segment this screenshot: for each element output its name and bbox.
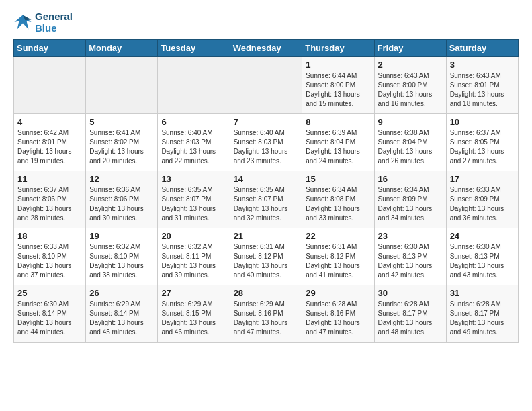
day-number: 20 [161,231,226,241]
calendar-cell: 10Sunrise: 6:37 AM Sunset: 8:05 PM Dayli… [446,114,518,171]
day-info: Sunrise: 6:33 AM Sunset: 8:09 PM Dayligh… [450,185,515,223]
day-number: 17 [450,174,515,184]
day-info: Sunrise: 6:43 AM Sunset: 8:00 PM Dayligh… [378,71,443,109]
calendar-cell: 20Sunrise: 6:32 AM Sunset: 8:11 PM Dayli… [158,228,230,285]
calendar-cell: 1Sunrise: 6:44 AM Sunset: 8:00 PM Daylig… [302,57,374,114]
weekday-header-friday: Friday [374,40,446,57]
calendar-cell: 8Sunrise: 6:39 AM Sunset: 8:04 PM Daylig… [302,114,374,171]
day-info: Sunrise: 6:40 AM Sunset: 8:03 PM Dayligh… [234,128,299,166]
week-row-1: 1Sunrise: 6:44 AM Sunset: 8:00 PM Daylig… [14,57,519,114]
day-info: Sunrise: 6:30 AM Sunset: 8:13 PM Dayligh… [378,242,443,280]
day-number: 19 [89,231,154,241]
calendar-cell [230,57,302,114]
calendar-cell: 24Sunrise: 6:30 AM Sunset: 8:13 PM Dayli… [446,228,518,285]
calendar-cell: 22Sunrise: 6:31 AM Sunset: 8:12 PM Dayli… [302,228,374,285]
day-info: Sunrise: 6:29 AM Sunset: 8:14 PM Dayligh… [89,300,154,337]
day-number: 4 [17,117,82,127]
day-number: 5 [89,117,154,127]
day-number: 13 [161,174,226,184]
calendar-cell: 3Sunrise: 6:43 AM Sunset: 8:01 PM Daylig… [446,57,518,114]
day-info: Sunrise: 6:34 AM Sunset: 8:08 PM Dayligh… [306,185,370,223]
week-row-2: 4Sunrise: 6:42 AM Sunset: 8:01 PM Daylig… [14,114,519,171]
calendar-cell: 4Sunrise: 6:42 AM Sunset: 8:01 PM Daylig… [14,114,86,171]
calendar-cell: 25Sunrise: 6:30 AM Sunset: 8:14 PM Dayli… [14,285,86,342]
day-info: Sunrise: 6:43 AM Sunset: 8:01 PM Dayligh… [450,71,515,109]
weekday-header-sunday: Sunday [14,40,86,57]
day-info: Sunrise: 6:31 AM Sunset: 8:12 PM Dayligh… [234,242,299,280]
calendar-cell: 14Sunrise: 6:35 AM Sunset: 8:07 PM Dayli… [230,171,302,228]
weekday-header-row: SundayMondayTuesdayWednesdayThursdayFrid… [14,40,519,57]
day-number: 18 [17,231,82,241]
calendar-cell: 5Sunrise: 6:41 AM Sunset: 8:02 PM Daylig… [86,114,158,171]
day-number: 22 [306,231,370,241]
calendar-cell: 21Sunrise: 6:31 AM Sunset: 8:12 PM Dayli… [230,228,302,285]
day-number: 14 [234,174,299,184]
day-info: Sunrise: 6:34 AM Sunset: 8:09 PM Dayligh… [378,185,443,223]
day-info: Sunrise: 6:32 AM Sunset: 8:10 PM Dayligh… [89,242,154,280]
week-row-3: 11Sunrise: 6:37 AM Sunset: 8:06 PM Dayli… [14,171,519,228]
calendar-cell: 6Sunrise: 6:40 AM Sunset: 8:03 PM Daylig… [158,114,230,171]
day-info: Sunrise: 6:35 AM Sunset: 8:07 PM Dayligh… [161,185,226,223]
calendar-cell: 19Sunrise: 6:32 AM Sunset: 8:10 PM Dayli… [86,228,158,285]
day-info: Sunrise: 6:44 AM Sunset: 8:00 PM Dayligh… [306,71,370,109]
day-number: 28 [234,288,299,298]
week-row-5: 25Sunrise: 6:30 AM Sunset: 8:14 PM Dayli… [14,285,519,342]
day-number: 7 [234,117,299,127]
day-info: Sunrise: 6:28 AM Sunset: 8:17 PM Dayligh… [378,300,443,337]
calendar-cell: 15Sunrise: 6:34 AM Sunset: 8:08 PM Dayli… [302,171,374,228]
calendar-cell [14,57,86,114]
calendar-cell [86,57,158,114]
day-number: 6 [161,117,226,127]
calendar-cell: 26Sunrise: 6:29 AM Sunset: 8:14 PM Dayli… [86,285,158,342]
day-number: 30 [378,288,443,298]
calendar-cell: 9Sunrise: 6:38 AM Sunset: 8:04 PM Daylig… [374,114,446,171]
day-info: Sunrise: 6:41 AM Sunset: 8:02 PM Dayligh… [89,128,154,166]
day-number: 23 [378,231,443,241]
day-number: 27 [161,288,226,298]
calendar-table: SundayMondayTuesdayWednesdayThursdayFrid… [13,39,519,342]
calendar-cell: 28Sunrise: 6:29 AM Sunset: 8:16 PM Dayli… [230,285,302,342]
day-number: 2 [378,60,443,70]
logo: General Blue [13,11,73,34]
day-info: Sunrise: 6:28 AM Sunset: 8:16 PM Dayligh… [306,300,370,337]
weekday-header-wednesday: Wednesday [230,40,302,57]
day-number: 15 [306,174,370,184]
day-number: 9 [378,117,443,127]
calendar-cell [158,57,230,114]
page-header: General Blue [13,11,519,34]
weekday-header-saturday: Saturday [446,40,518,57]
day-info: Sunrise: 6:37 AM Sunset: 8:05 PM Dayligh… [450,128,515,166]
day-info: Sunrise: 6:39 AM Sunset: 8:04 PM Dayligh… [306,128,370,166]
day-number: 29 [306,288,370,298]
day-number: 31 [450,288,515,298]
day-number: 10 [450,117,515,127]
day-info: Sunrise: 6:42 AM Sunset: 8:01 PM Dayligh… [17,128,82,166]
day-number: 26 [89,288,154,298]
day-number: 16 [378,174,443,184]
day-info: Sunrise: 6:37 AM Sunset: 8:06 PM Dayligh… [17,185,82,223]
day-info: Sunrise: 6:36 AM Sunset: 8:06 PM Dayligh… [89,185,154,223]
day-info: Sunrise: 6:28 AM Sunset: 8:17 PM Dayligh… [450,300,515,337]
calendar-cell: 7Sunrise: 6:40 AM Sunset: 8:03 PM Daylig… [230,114,302,171]
calendar-cell: 11Sunrise: 6:37 AM Sunset: 8:06 PM Dayli… [14,171,86,228]
calendar-cell: 27Sunrise: 6:29 AM Sunset: 8:15 PM Dayli… [158,285,230,342]
day-info: Sunrise: 6:38 AM Sunset: 8:04 PM Dayligh… [378,128,443,166]
logo-icon [13,13,32,32]
day-number: 8 [306,117,370,127]
calendar-cell: 16Sunrise: 6:34 AM Sunset: 8:09 PM Dayli… [374,171,446,228]
day-info: Sunrise: 6:31 AM Sunset: 8:12 PM Dayligh… [306,242,370,280]
day-number: 3 [450,60,515,70]
calendar-cell: 12Sunrise: 6:36 AM Sunset: 8:06 PM Dayli… [86,171,158,228]
day-info: Sunrise: 6:33 AM Sunset: 8:10 PM Dayligh… [17,242,82,280]
calendar-cell: 30Sunrise: 6:28 AM Sunset: 8:17 PM Dayli… [374,285,446,342]
calendar-cell: 17Sunrise: 6:33 AM Sunset: 8:09 PM Dayli… [446,171,518,228]
day-info: Sunrise: 6:30 AM Sunset: 8:13 PM Dayligh… [450,242,515,280]
day-info: Sunrise: 6:35 AM Sunset: 8:07 PM Dayligh… [234,185,299,223]
week-row-4: 18Sunrise: 6:33 AM Sunset: 8:10 PM Dayli… [14,228,519,285]
calendar-cell: 2Sunrise: 6:43 AM Sunset: 8:00 PM Daylig… [374,57,446,114]
calendar-cell: 29Sunrise: 6:28 AM Sunset: 8:16 PM Dayli… [302,285,374,342]
calendar-cell: 31Sunrise: 6:28 AM Sunset: 8:17 PM Dayli… [446,285,518,342]
day-info: Sunrise: 6:29 AM Sunset: 8:15 PM Dayligh… [161,300,226,337]
logo-text: General Blue [35,11,73,34]
day-number: 11 [17,174,82,184]
